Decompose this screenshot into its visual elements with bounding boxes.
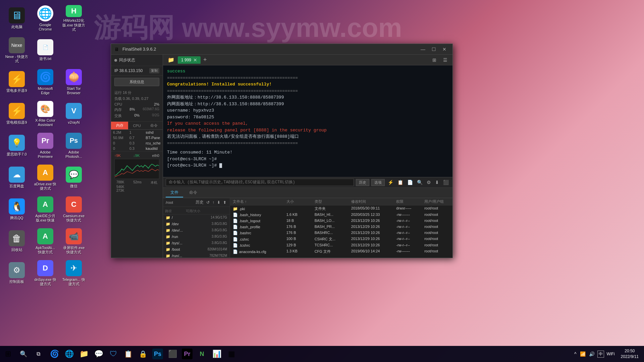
up-tree-button[interactable]: ↑ bbox=[212, 199, 215, 205]
disk-item-dev2[interactable]: 📁/dev/...3.8G/3.8G bbox=[163, 227, 230, 234]
file-row-cshrc[interactable]: 📄.cshrc 100 B CSHRC 文... 2013/12/29 10:2… bbox=[230, 236, 452, 242]
task-view-button[interactable]: ⧉ bbox=[31, 347, 46, 361]
icon-recorder[interactable]: 📹 录屏软件.exe 快捷方式 bbox=[60, 226, 87, 256]
icon-txt[interactable]: 📄 遊书.txt bbox=[32, 35, 59, 65]
taskbar-chrome[interactable]: 🌐 bbox=[62, 347, 76, 361]
file-row-tcshrc[interactable]: 📄.tcshrc 129 B TCSHRC... 2013/12/29 10:2… bbox=[230, 242, 452, 248]
upload-tree-button[interactable]: ⬆ bbox=[222, 199, 227, 205]
icon-nexe-label: Nexe - 快捷方式 bbox=[5, 55, 29, 63]
icon-chrome[interactable]: 🌐 Google Chrome bbox=[32, 3, 59, 34]
icon-wechat[interactable]: 💬 微信 bbox=[60, 163, 87, 193]
disk-item-boot[interactable]: 📁/boot826M/1014M bbox=[163, 246, 230, 253]
folder-icon[interactable]: 📁 bbox=[166, 57, 176, 63]
taskbar-edge[interactable]: 🌀 bbox=[47, 347, 62, 361]
disk-item-root[interactable]: 📁/14.9G/17G bbox=[163, 215, 230, 221]
icon-control[interactable]: ⚙ 控制面板 bbox=[3, 258, 30, 288]
icon-leimo[interactable]: ⚡ 雷电模拟器9 bbox=[3, 99, 30, 129]
taskbar-premiere[interactable]: Pr bbox=[180, 347, 195, 361]
icon-xrite-label: X-Rite Color Assistant bbox=[34, 118, 57, 127]
file-row-pki[interactable]: 📁.pki 文件夹 2018/05/30 09:11 drwxr----- ro… bbox=[230, 205, 452, 212]
file-row-bash-history[interactable]: 📄.bash_history 1.6 KB BASH_HI... 2020/03… bbox=[230, 212, 452, 218]
tab-close-icon[interactable]: ✕ bbox=[193, 57, 197, 63]
file-row-bashrc[interactable]: 📄.bashrc 176 B BASHRC... 2013/12/29 10:2… bbox=[230, 230, 452, 236]
file-panel-tab-files[interactable]: 文件 bbox=[166, 188, 183, 197]
volume-icon[interactable]: 🔊 bbox=[588, 351, 595, 357]
grid-view-button[interactable]: ⊞ bbox=[430, 57, 439, 63]
icon-photosh[interactable]: Ps Adobe Photosh... bbox=[60, 131, 87, 161]
icon-v2ray[interactable]: V v2rayN bbox=[60, 99, 87, 129]
bw-latency: 52ms bbox=[133, 180, 141, 185]
start-button[interactable]: ⊞ bbox=[0, 346, 16, 362]
download-tree-button[interactable]: ⬇ bbox=[216, 199, 221, 205]
down-arrow-icon[interactable]: ⬇ bbox=[434, 180, 440, 185]
settings-cmd-icon[interactable]: ⚙ bbox=[426, 180, 432, 185]
search-cmd-icon[interactable]: 🔍 bbox=[416, 180, 424, 185]
file-row-bash-logout[interactable]: 📄.bash_logout 18 B BASH_LO... 2013/12/29… bbox=[230, 218, 452, 224]
terminal-area[interactable]: success ================================… bbox=[163, 65, 452, 177]
icon-baidu[interactable]: ☁ 百度网盘 bbox=[3, 163, 30, 193]
close-button[interactable]: ✕ bbox=[440, 46, 449, 53]
icon-tor[interactable]: 🧅 Start Tor Browser bbox=[60, 67, 87, 97]
icon-edge[interactable]: 🌀 Microsoft Edge bbox=[32, 67, 59, 97]
disk-item-dev[interactable]: 📁/dev3.8G/3.8G bbox=[163, 221, 230, 227]
taskbar-360[interactable]: 🛡 bbox=[106, 347, 121, 361]
window-cmd-icon[interactable]: ⬛ bbox=[442, 180, 450, 185]
icon-adrive[interactable]: A aDrive.exe 快捷方式 bbox=[32, 163, 59, 193]
cmd-input-field[interactable] bbox=[166, 179, 354, 186]
icon-ai[interactable]: 💡 爱思助手7.0 bbox=[3, 131, 30, 161]
copy-ip-button[interactable]: 复制 bbox=[149, 68, 159, 73]
icon-xrite[interactable]: 🎨 X-Rite Color Assistant bbox=[32, 99, 59, 129]
options-button[interactable]: 选项 bbox=[371, 179, 385, 186]
history-button[interactable]: 历史 bbox=[356, 179, 369, 186]
icon-qq[interactable]: 🐧 腾讯QQ bbox=[3, 194, 30, 225]
taskbar-app2[interactable]: 🔒 bbox=[136, 347, 150, 361]
sys-info-button[interactable]: 系统信息 bbox=[114, 78, 159, 86]
file-panel-tab-cmd[interactable]: 命令 bbox=[184, 188, 202, 197]
icon-hworks[interactable]: H HWorks32化版.exe 快捷方式 bbox=[60, 3, 87, 34]
left-tab-cmd[interactable]: 命令 bbox=[146, 122, 163, 129]
minimize-button[interactable]: — bbox=[418, 46, 428, 53]
icon-telegram[interactable]: ✈ Telegram... 快捷方式 bbox=[60, 258, 87, 288]
disk-item-run[interactable]: 📁/run3.8G/3.8G bbox=[163, 234, 230, 240]
network-icon[interactable]: 📶 bbox=[579, 351, 586, 357]
maximize-button[interactable]: ☐ bbox=[429, 46, 438, 53]
history-tree-button[interactable]: 历史 bbox=[195, 199, 204, 205]
add-tab-button[interactable]: + bbox=[202, 56, 208, 63]
right-panel: 📁 1 999 ✕ + ⊞ ☰ success bbox=[163, 55, 452, 258]
icon-pc[interactable]: 🖥 此电脑 bbox=[3, 3, 30, 34]
disk-item-sys[interactable]: 📁/sys/...3.8G/3.8G bbox=[163, 240, 230, 246]
taskbar-wechat[interactable]: 💬 bbox=[91, 347, 106, 361]
file-row-bash-profile[interactable]: 📄.bash_profile 176 B BASH_PR... 2013/12/… bbox=[230, 224, 452, 230]
refresh-tree-button[interactable]: ↺ bbox=[206, 199, 210, 205]
icon-apk[interactable]: A ApkIDE少月版.exe 快速 bbox=[32, 194, 59, 225]
paste-cmd-icon[interactable]: 📄 bbox=[406, 180, 414, 185]
show-hidden-icon[interactable]: ^ bbox=[574, 351, 577, 357]
taskbar-files[interactable]: 📁 bbox=[76, 347, 91, 361]
taskbar-terminal[interactable]: ⬛ bbox=[165, 347, 180, 361]
icon-apktool[interactable]: A ApkToolAi... 快捷方式 bbox=[32, 226, 59, 256]
copy-cmd-icon[interactable]: 📋 bbox=[396, 180, 404, 185]
search-button[interactable]: 🔍 bbox=[16, 347, 31, 361]
left-tab-cpu[interactable]: CPU bbox=[128, 122, 145, 129]
lightning-icon[interactable]: ⚡ bbox=[387, 180, 394, 185]
taskbar-ps[interactable]: Ps bbox=[150, 347, 165, 361]
taskbar-app1[interactable]: 📋 bbox=[121, 347, 136, 361]
left-tab-mem[interactable]: 内存 bbox=[111, 122, 128, 129]
icon-caesium[interactable]: C Caesium.exe 快捷方式 bbox=[60, 194, 87, 225]
file-row-anaconda[interactable]: 📄anaconda-ks.cfg 1.3 KB CFG 文件 2019/06/1… bbox=[230, 248, 452, 255]
taskbar-app4[interactable]: ▦ bbox=[224, 347, 239, 361]
icon-dnspy[interactable]: D dnSpy.exe 快捷方式 bbox=[32, 258, 59, 288]
icon-nexe[interactable]: Nexe Nexe - 快捷方式 bbox=[3, 35, 30, 65]
system-clock[interactable]: 20:50 2022/9/11 bbox=[618, 348, 641, 360]
icon-recycle[interactable]: 🗑 回收站 bbox=[3, 226, 30, 256]
icon-adobe-pre[interactable]: Pr Adobe Premiere bbox=[32, 131, 59, 161]
list-view-button[interactable]: ☰ bbox=[440, 57, 450, 63]
lang-icon[interactable]: 中 bbox=[597, 351, 604, 358]
session-tab-1[interactable]: 1 999 ✕ bbox=[178, 56, 201, 64]
icon-thunder[interactable]: ⚡ 雷电多开器9 bbox=[3, 67, 30, 97]
disk-item-run2[interactable]: 📁/run/...782M/782M bbox=[163, 253, 230, 258]
wifi-icon[interactable]: WiFi bbox=[606, 352, 615, 356]
taskbar-excel[interactable]: 📊 bbox=[209, 347, 224, 361]
taskbar-nox[interactable]: N bbox=[195, 347, 209, 361]
bw-r3: 273K bbox=[116, 189, 124, 192]
